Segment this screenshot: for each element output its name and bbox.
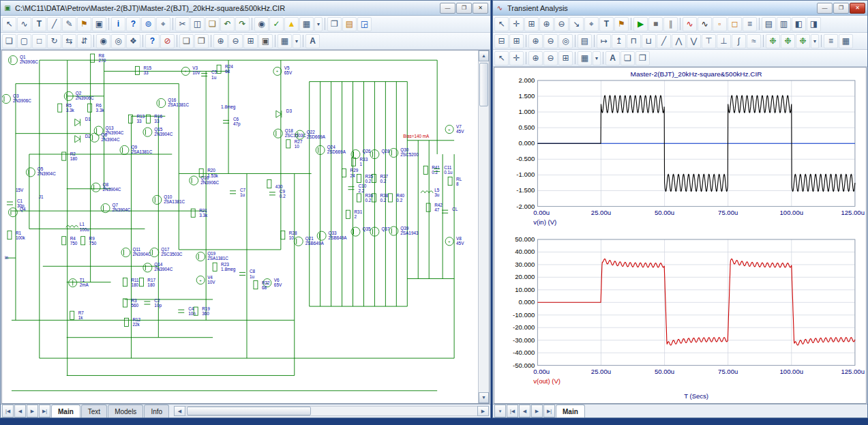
link-mode[interactable]: ⊚ [141,17,155,31]
scale-mode[interactable]: ↘ [569,17,584,31]
scroll-right-button[interactable]: ▶ [477,406,489,416]
gibbs-button[interactable]: ≈ [747,34,761,48]
trace-delete-button[interactable]: ∿ [698,17,712,31]
slope-button[interactable]: ╱ [657,34,671,48]
zoom-auto-button[interactable]: ◎ [558,34,573,48]
page-nav-button-3[interactable]: ▶ [531,405,543,417]
valley-button[interactable]: ⋁ [687,34,701,48]
peak-button[interactable]: ⋀ [672,34,686,48]
next-simulation-button[interactable]: ❉ [766,34,780,48]
schematic-title-bar[interactable]: ▣ C:\MC11\DATA\Petrov\Master-2(BJT)\Mast… [1,1,490,16]
schematic-vertical-scrollbar[interactable]: ▲ ▼ [478,50,489,403]
select-mode[interactable]: ↖ [494,17,509,31]
mode-select-button[interactable]: ◲ [357,17,372,31]
vout-plot-canvas[interactable]: 50.00040.00030.00020.00010.0000.000-10.0… [495,234,866,404]
scroll-left-button[interactable]: ◀ [174,406,185,416]
page-nav-button-3[interactable]: ▶| [39,405,50,417]
select-mode[interactable]: ↖ [494,51,509,65]
find-text-button[interactable]: ◎ [111,34,125,48]
ruler-button[interactable]: ≡ [743,17,757,31]
grid-menu-button[interactable]: ▾ [593,51,601,65]
zoom-in-mode[interactable]: ⊕ [539,17,554,31]
find-button[interactable]: ◉ [254,17,269,31]
camera-button[interactable]: ▣ [258,34,273,48]
data-points-button[interactable]: ▫ [713,17,727,31]
undo-button[interactable]: ↶ [220,17,235,31]
page-nav-button-1[interactable]: |◀ [507,405,518,417]
tab-main[interactable]: Main [51,405,80,417]
panel-left-button[interactable]: ◧ [792,17,806,31]
text-mode[interactable]: T [599,17,614,31]
close-button[interactable]: ✕ [473,3,488,14]
select-mode[interactable]: ↖ [2,17,16,31]
font-button[interactable]: A [305,34,320,48]
redo-button[interactable]: ↷ [235,17,250,31]
cursor-mode[interactable]: ⌖ [584,17,599,31]
page-nav-button-2[interactable]: ◀ [519,405,530,417]
tag-mode[interactable]: ⚑ [614,17,629,31]
minimize-button[interactable]: — [817,3,833,14]
new-page-button[interactable]: ❐ [327,17,342,31]
font-button[interactable]: A [605,51,620,65]
split-vertical-button[interactable]: ⊞ [509,34,524,48]
scroll-up-button[interactable]: ▲ [479,50,489,61]
rotate-button[interactable]: ↻ [47,34,61,48]
zoom-out-mode[interactable]: ⊖ [554,17,569,31]
zoom-out-button[interactable]: ⊖ [228,34,243,48]
tag-horizontal-button[interactable]: ⊓ [627,34,641,48]
tag-vertical-button[interactable]: ⊔ [642,34,656,48]
run-button[interactable]: ▶ [633,17,648,31]
help-topics-button[interactable]: ? [145,34,160,48]
schematic-horizontal-scrollbar[interactable]: ◀ ▶ [174,406,489,416]
vertical-scroll-track[interactable] [479,61,489,403]
schematic-canvas[interactable]: Q12N3906CR8270R1533+V310VC51uR2468+V565V… [2,50,478,403]
stack-button[interactable]: ≡ [824,34,838,48]
paste-picture-button[interactable]: ❐ [194,34,209,48]
scroll-down-button[interactable]: ▼ [479,392,489,403]
zoom-in-button[interactable]: ⊕ [528,51,543,65]
box-tool-button[interactable]: □ [32,34,46,48]
next-branch-button[interactable]: ❉ [781,34,795,48]
flag-mode[interactable]: ⚑ [77,17,91,31]
paste-button[interactable]: ❏ [205,17,220,31]
zoom-area-button[interactable]: ⊞ [243,34,258,48]
grid-options-button[interactable]: ▾ [314,17,323,31]
window-tile-button[interactable]: ❏ [2,34,16,48]
pan-mode[interactable]: ✛ [509,17,524,31]
grid-display-button[interactable]: ▦ [278,34,292,48]
zoom-in-button[interactable]: ⊕ [213,34,228,48]
stop-button[interactable]: ■ [648,17,663,31]
horizontal-scroll-track[interactable] [185,406,477,416]
tokens-button[interactable]: ◻ [728,17,742,31]
grid-button[interactable]: ▦ [299,17,314,31]
pan-view-mode[interactable]: ✛ [509,51,524,65]
vin-plot-canvas[interactable]: Master-2(BJT)_20kHz-square&500kHz.CIR2.0… [495,68,866,234]
grid-button[interactable]: ▦ [578,51,592,65]
horizontal-scroll-thumb[interactable] [187,407,311,415]
diagonal-wire-mode[interactable]: ╱ [47,17,61,31]
tab-models[interactable]: Models [108,405,143,417]
check-model-button[interactable]: ✓ [269,17,284,31]
zoom-select-button[interactable]: ⊞ [558,51,573,65]
browser-button[interactable]: ❖ [126,34,140,48]
vertical-axis-button[interactable]: ▥ [777,17,791,31]
tab-text[interactable]: Text [81,405,107,417]
split-horizontal-button[interactable]: ⊟ [494,34,509,48]
flip-y-button[interactable]: ⇵ [77,34,91,48]
info-mode[interactable]: i [111,17,125,31]
page-nav-button-4[interactable]: ▶| [543,405,555,417]
go-to-x-button[interactable]: ↦ [597,34,611,48]
high-button[interactable]: ⊤ [702,34,716,48]
maximize-button[interactable]: ❐ [833,3,849,14]
maximize-button[interactable]: ❐ [456,3,472,14]
zoom-out-q-button[interactable]: ⊖ [543,34,558,48]
stop-button[interactable]: ⊘ [160,34,175,48]
flip-x-button[interactable]: ⇆ [62,34,76,48]
grid-menu-button[interactable]: ▾ [293,34,301,48]
horizontal-axis-button[interactable]: ▤ [762,17,776,31]
numeric-output-button[interactable]: ▦ [839,34,853,48]
text-mode[interactable]: T [32,17,46,31]
cut-button[interactable]: ✂ [175,17,190,31]
picture-mode[interactable]: ▣ [92,17,106,31]
page-nav-button-0[interactable]: ▾ [494,405,506,417]
